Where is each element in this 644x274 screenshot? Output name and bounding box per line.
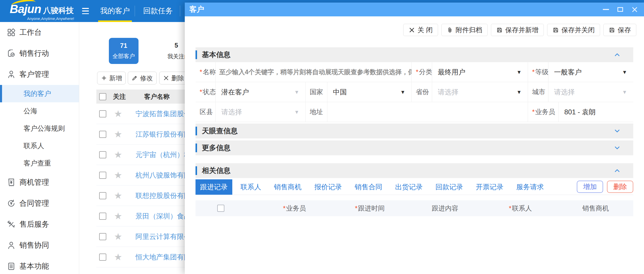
- district-select[interactable]: 请选择▼: [215, 102, 305, 122]
- tab-quotations[interactable]: 报价记录: [310, 179, 347, 195]
- logo-brand-cn: 八骏科技: [43, 5, 74, 16]
- save-and-close-button[interactable]: 保存并关闭: [547, 24, 600, 36]
- star-icon[interactable]: ★: [114, 212, 122, 221]
- star-icon[interactable]: ★: [114, 232, 122, 241]
- dropdown-arrow-icon: ▼: [516, 70, 522, 75]
- tab-follow-records[interactable]: 跟进记录: [195, 179, 232, 195]
- section-more-info[interactable]: 更多信息: [195, 140, 633, 155]
- section-related-info[interactable]: 相关信息: [195, 163, 633, 178]
- salesman-input[interactable]: 801 - 袁朗: [558, 102, 633, 122]
- sidebar-item-basic-functions[interactable]: 基本功能: [0, 256, 79, 274]
- sidebar-item-workbench[interactable]: 工作台: [0, 22, 79, 43]
- tab-payments[interactable]: 回款记录: [431, 179, 468, 195]
- chevron-down-icon[interactable]: [613, 144, 621, 152]
- minimize-icon[interactable]: [602, 6, 610, 13]
- field-label-status: 状态: [195, 87, 215, 96]
- attach-archive-button[interactable]: 附件归档: [441, 24, 488, 36]
- related-tabs: 跟进记录 联系人 销售商机 报价记录 销售合同 出货记录 回款记录 开票记录 服…: [195, 179, 633, 195]
- field-label-country: 国家: [306, 87, 323, 96]
- menu-toggle-icon[interactable]: [82, 8, 89, 14]
- section-tianyancha-info[interactable]: 天眼查信息: [195, 124, 633, 138]
- close-icon[interactable]: [631, 6, 638, 13]
- delete-customer-button[interactable]: 删除: [159, 72, 188, 84]
- save-button[interactable]: 保存: [603, 24, 636, 36]
- stat-all-customers[interactable]: 71 全部客户: [109, 38, 139, 64]
- dropdown-arrow-icon: ▼: [400, 90, 405, 95]
- sidebar-item-label: 合同管理: [19, 198, 49, 209]
- sidebar-item-customer-mgmt[interactable]: 客户管理: [0, 64, 79, 85]
- floppy-icon: [496, 27, 503, 33]
- button-label: 新增: [109, 74, 122, 82]
- button-label: 保存并关闭: [561, 26, 595, 35]
- save-and-new-button[interactable]: 保存并新增: [491, 24, 544, 36]
- chevron-down-icon[interactable]: [613, 127, 621, 135]
- dialog-titlebar[interactable]: 客户: [185, 3, 644, 16]
- sidebar-item-pool-rules[interactable]: 客户公海规则: [0, 120, 79, 137]
- sidebar-item-contract-mgmt[interactable]: 合同管理: [0, 193, 79, 214]
- name-input[interactable]: 至少输入4个关键字，稍等片刻将自动展现天眼查参考数据供选择，保: [215, 62, 411, 82]
- status-select[interactable]: 潜在客户▼: [215, 82, 305, 102]
- star-icon[interactable]: ★: [114, 150, 122, 159]
- row-checkbox[interactable]: [99, 233, 106, 240]
- address-input[interactable]: [327, 102, 528, 122]
- field-label-province: 省份: [412, 87, 429, 96]
- star-icon[interactable]: ★: [114, 171, 122, 180]
- tab-contacts[interactable]: 联系人: [236, 179, 266, 195]
- subtable-select-all-checkbox[interactable]: [217, 205, 224, 212]
- row-checkbox[interactable]: [99, 254, 106, 261]
- star-icon[interactable]: ★: [114, 109, 122, 118]
- sidebar-item-public-pool[interactable]: 公海: [0, 102, 79, 120]
- star-icon[interactable]: ★: [114, 273, 122, 274]
- add-row-button[interactable]: 增加: [577, 181, 603, 193]
- row-checkbox[interactable]: [99, 110, 106, 117]
- tab-service-requests[interactable]: 服务请求: [512, 179, 548, 195]
- row-checkbox[interactable]: [99, 151, 106, 158]
- delete-row-button[interactable]: 删除: [607, 181, 633, 193]
- column-follow-content: 跟进内容: [407, 204, 483, 213]
- sidebar-item-after-sales[interactable]: 售后服务: [0, 214, 79, 235]
- dropdown-arrow-icon: ▼: [622, 90, 627, 95]
- chevron-up-icon[interactable]: [613, 51, 621, 59]
- sidebar-item-label: 商机管理: [19, 177, 49, 188]
- maximize-icon[interactable]: [616, 6, 624, 13]
- tab-invoices[interactable]: 开票记录: [471, 179, 508, 195]
- close-dialog-button[interactable]: 关 闭: [403, 24, 438, 36]
- sidebar-item-contacts[interactable]: 联系人: [0, 137, 79, 155]
- tab-sales-contracts[interactable]: 销售合同: [350, 179, 387, 195]
- nav-tab-my-customers[interactable]: 我的客户: [97, 0, 133, 22]
- sidebar-item-my-customers[interactable]: 我的客户: [0, 85, 79, 102]
- tab-shipments[interactable]: 出货记录: [390, 179, 427, 195]
- edit-customer-button[interactable]: 修改: [128, 72, 157, 84]
- star-icon[interactable]: ★: [114, 191, 122, 200]
- sidebar-item-dedup[interactable]: 客户查重: [0, 155, 79, 172]
- row-checkbox[interactable]: [99, 213, 106, 220]
- select-all-checkbox[interactable]: [99, 93, 106, 100]
- province-select[interactable]: 请选择▼: [432, 82, 528, 102]
- basic-info-form: 名称 至少输入4个关键字，稍等片刻将自动展现天眼查参考数据供选择，保 分类 最终…: [195, 62, 633, 122]
- row-checkbox[interactable]: [99, 192, 106, 199]
- star-icon[interactable]: ★: [114, 130, 122, 139]
- section-basic-info[interactable]: 基本信息: [195, 47, 633, 62]
- field-label-category: 分类: [412, 68, 432, 76]
- column-customer-name: 客户名称: [144, 92, 170, 101]
- chevron-up-icon[interactable]: [613, 167, 621, 174]
- tab-opportunities[interactable]: 销售商机: [269, 179, 306, 195]
- sidebar-item-opportunity-mgmt[interactable]: 商机管理: [0, 172, 79, 193]
- sidebar-item-sales-collab[interactable]: 销售协同: [0, 235, 79, 256]
- app-logo[interactable]: Bajun 八骏科技 Anyone,Anytime,Anywhere!: [10, 2, 74, 21]
- add-customer-button[interactable]: 新增: [97, 72, 126, 84]
- city-select[interactable]: 请选择▼: [548, 82, 633, 102]
- country-select[interactable]: 中国▼: [327, 82, 411, 102]
- related-actions: 增加 删除: [577, 181, 633, 193]
- document-icon: [7, 262, 16, 271]
- row-checkbox[interactable]: [99, 172, 106, 179]
- column-follow-time: 跟进时间: [332, 204, 408, 213]
- category-select[interactable]: 最终用户▼: [432, 62, 528, 82]
- nav-tab-payment-tasks[interactable]: 回款任务: [140, 0, 176, 22]
- section-title: 天眼查信息: [202, 126, 238, 136]
- star-icon[interactable]: ★: [114, 253, 122, 262]
- row-checkbox[interactable]: [99, 131, 106, 138]
- column-opportunity: 销售商机: [558, 204, 633, 213]
- grade-select[interactable]: 一般客户▼: [548, 62, 633, 82]
- sidebar-item-sales-action[interactable]: 销售行动: [0, 43, 79, 64]
